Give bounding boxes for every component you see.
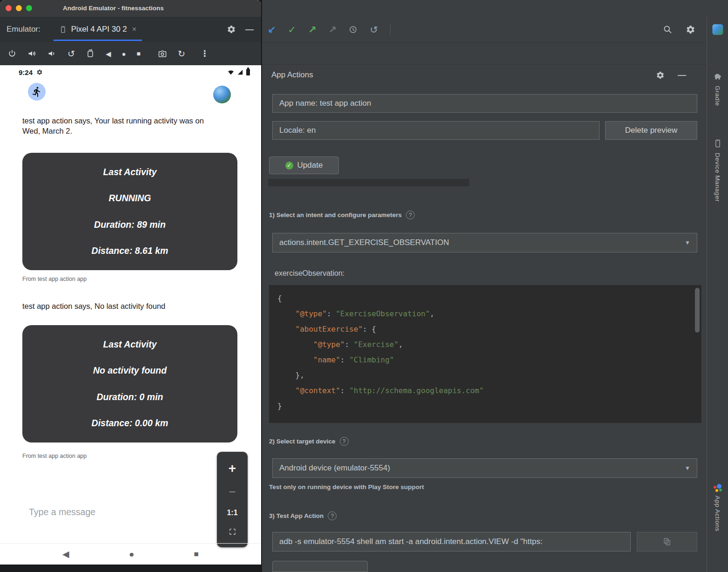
zoom-window-button[interactable] bbox=[26, 5, 32, 11]
device-note: Test only on running device with Play St… bbox=[269, 483, 424, 490]
overview-icon[interactable]: ■ bbox=[137, 50, 141, 57]
phone-screen: 9:24 test app action says, Your last run… bbox=[0, 65, 261, 565]
gradle-elephant-icon[interactable] bbox=[713, 72, 722, 83]
volume-down-icon[interactable] bbox=[47, 49, 57, 58]
emulator-tabbar: Emulator: Pixel 4 API 30 2 × — bbox=[0, 17, 261, 42]
update-button[interactable]: ✓ Update bbox=[269, 157, 339, 174]
nav-home-icon[interactable]: ● bbox=[129, 550, 134, 558]
partial-bottom-button[interactable] bbox=[272, 561, 368, 572]
card2-title: Last Activity bbox=[22, 339, 237, 350]
zoom-ratio-button[interactable]: 1:1 bbox=[227, 509, 237, 517]
activity-card-1: Last Activity RUNNING Duration: 89 min D… bbox=[22, 153, 237, 270]
zoom-out-button[interactable]: − bbox=[229, 486, 236, 498]
profile-avatar-icon[interactable] bbox=[712, 24, 723, 35]
rotate-right-icon[interactable] bbox=[86, 49, 95, 58]
run-check-icon[interactable]: ✓ bbox=[288, 25, 297, 34]
section-3-text: 3) Test App Action bbox=[269, 512, 324, 519]
run-to-cursor-icon[interactable]: ↗ bbox=[329, 25, 337, 34]
card2-caption: From test app action app bbox=[22, 453, 87, 459]
status-gear-icon bbox=[36, 69, 43, 77]
battery-icon bbox=[246, 69, 250, 75]
emulator-window: Android Emulator - fitnessactions Emulat… bbox=[0, 0, 261, 565]
nav-back-icon[interactable]: ◀ bbox=[62, 550, 69, 558]
status-icons bbox=[228, 69, 250, 75]
back-icon[interactable]: ◀ bbox=[106, 50, 111, 57]
tool-window-gradle[interactable]: Gradle bbox=[714, 86, 721, 106]
tool-window-app-actions[interactable]: App Actions bbox=[714, 496, 721, 531]
window-title: Android Emulator - fitnessactions bbox=[63, 0, 164, 17]
home-icon[interactable]: ● bbox=[121, 50, 126, 57]
message-input[interactable]: Type a message bbox=[29, 507, 95, 518]
section-3-help-icon[interactable]: ? bbox=[328, 511, 337, 520]
card1-activity: RUNNING bbox=[22, 193, 237, 204]
zoom-in-button[interactable]: + bbox=[229, 462, 236, 475]
app-actions-panel-header: App Actions — bbox=[262, 64, 707, 86]
copy-icon bbox=[663, 538, 671, 546]
adb-command-field[interactable]: adb -s emulator-5554 shell am start -a a… bbox=[272, 532, 631, 552]
macos-titlebar: Android Emulator - fitnessactions bbox=[0, 0, 261, 17]
copy-command-button[interactable] bbox=[637, 532, 697, 552]
nav-overview-icon[interactable]: ■ bbox=[194, 550, 199, 558]
section-1-text: 1) Select an intent and configure parame… bbox=[269, 211, 402, 218]
history-clock-icon[interactable] bbox=[349, 25, 357, 34]
delete-preview-button[interactable]: Delete preview bbox=[605, 121, 697, 140]
code-scrollbar-thumb[interactable] bbox=[695, 288, 700, 333]
settings-gear-icon[interactable] bbox=[686, 25, 695, 34]
card2-duration: Duration: 0 min bbox=[22, 392, 237, 402]
emulator-settings-gear-icon[interactable] bbox=[227, 25, 236, 34]
running-person-icon bbox=[31, 86, 42, 97]
update-check-icon: ✓ bbox=[285, 162, 293, 170]
panel-gear-icon[interactable] bbox=[656, 71, 665, 80]
intent-dropdown-arrow-icon: ▼ bbox=[685, 239, 690, 246]
update-label: Update bbox=[297, 161, 323, 170]
device-tab[interactable]: Pixel 4 API 30 2 × bbox=[54, 17, 142, 42]
android-studio: ↙ ✓ ↗ ↗ ↺ App Actions — App name: test a… bbox=[262, 0, 728, 572]
device-phone-icon bbox=[59, 26, 67, 34]
emulator-label: Emulator: bbox=[7, 25, 40, 34]
card1-caption: From test app action app bbox=[22, 276, 87, 282]
emulator-minimize-icon[interactable]: — bbox=[245, 25, 254, 34]
power-icon[interactable] bbox=[7, 49, 17, 58]
card1-title: Last Activity bbox=[22, 167, 237, 177]
search-icon[interactable] bbox=[663, 25, 673, 34]
rotate-left-icon[interactable]: ↺ bbox=[67, 49, 75, 58]
close-tab-icon[interactable]: × bbox=[132, 25, 136, 34]
panel-title: App Actions bbox=[271, 70, 313, 80]
assistant-run-avatar bbox=[28, 83, 46, 101]
card1-distance: Distance: 8.61 km bbox=[22, 245, 237, 256]
panel-minimize-icon[interactable]: — bbox=[678, 70, 686, 80]
undo-icon[interactable]: ↺ bbox=[370, 25, 378, 34]
app-name-field[interactable]: App name: test app action bbox=[272, 94, 697, 113]
cell-signal-icon bbox=[237, 69, 243, 75]
toolbar-separator bbox=[390, 24, 391, 35]
locale-field[interactable]: Locale: en bbox=[272, 121, 600, 140]
screenshot-camera-icon[interactable] bbox=[158, 49, 167, 58]
card1-duration: Duration: 89 min bbox=[22, 219, 237, 230]
minimize-window-button[interactable] bbox=[16, 5, 22, 11]
volume-up-icon[interactable] bbox=[27, 49, 37, 58]
obscured-status-bar bbox=[268, 179, 469, 186]
studio-toolbar: ↙ ✓ ↗ ↗ ↺ bbox=[262, 17, 728, 43]
step-into-icon[interactable]: ↙ bbox=[268, 25, 276, 34]
app-actions-dots-icon[interactable] bbox=[713, 483, 723, 493]
android-navbar: ◀ ● ■ bbox=[0, 543, 261, 565]
device-manager-phone-icon[interactable] bbox=[713, 139, 722, 150]
close-window-button[interactable] bbox=[6, 5, 12, 11]
code-editor[interactable]: { "@type": "ExerciseObservation", "about… bbox=[269, 285, 701, 423]
step-out-icon[interactable]: ↗ bbox=[308, 25, 317, 34]
zoom-fit-icon[interactable] bbox=[229, 528, 236, 538]
wifi-icon bbox=[228, 69, 234, 75]
section-2-help-icon[interactable]: ? bbox=[340, 437, 349, 446]
section-1-help-icon[interactable]: ? bbox=[406, 211, 415, 219]
more-options-icon[interactable]: ⋮ bbox=[201, 49, 209, 58]
code-lines: { "@type": "ExerciseObservation", "about… bbox=[269, 285, 701, 414]
device-dropdown-arrow-icon: ▼ bbox=[685, 465, 690, 471]
section-2-text: 2) Select target device bbox=[269, 438, 336, 445]
intent-dropdown-value: actions.intent.GET_EXERCISE_OBSERVATION bbox=[279, 238, 449, 247]
device-dropdown[interactable]: Android device (emulator-5554) ▼ bbox=[272, 458, 697, 478]
snapshot-icon[interactable]: ↻ bbox=[178, 49, 185, 58]
intent-dropdown[interactable]: actions.intent.GET_EXERCISE_OBSERVATION … bbox=[272, 233, 697, 252]
user-avatar bbox=[213, 86, 231, 103]
zoom-controls: + − 1:1 bbox=[217, 452, 248, 547]
tool-window-device-manager[interactable]: Device Manager bbox=[714, 153, 721, 202]
